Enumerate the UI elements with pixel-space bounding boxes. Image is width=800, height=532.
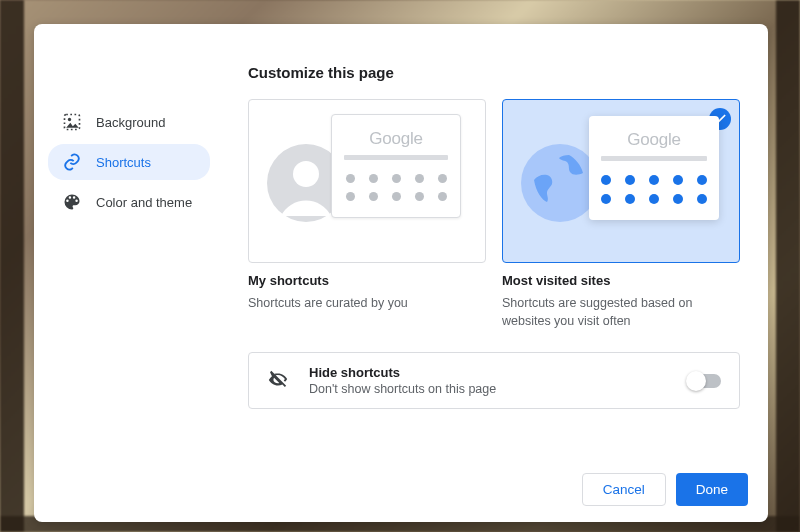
hide-text: Hide shortcuts Don't show shortcuts on t… (309, 365, 496, 396)
done-button[interactable]: Done (676, 473, 748, 506)
shortcut-dots (344, 174, 448, 201)
option-label-most-visited: Most visited sites Shortcuts are suggest… (502, 273, 740, 330)
visibility-off-icon (267, 368, 289, 394)
dialog-footer: Cancel Done (34, 461, 768, 522)
option-desc: Shortcuts are curated by you (248, 294, 486, 312)
google-logo-text: Google (344, 129, 448, 149)
svg-point-4 (521, 144, 599, 222)
dialog-body: Background Shortcuts Color and theme Cus… (34, 24, 768, 461)
sidebar-item-shortcuts[interactable]: Shortcuts (48, 144, 210, 180)
option-label-my-shortcuts: My shortcuts Shortcuts are curated by yo… (248, 273, 486, 330)
hide-desc: Don't show shortcuts on this page (309, 382, 496, 396)
option-desc: Shortcuts are suggested based on website… (502, 294, 740, 330)
svg-point-1 (68, 118, 71, 121)
option-labels: My shortcuts Shortcuts are curated by yo… (248, 273, 740, 330)
content: Customize this page Google (220, 24, 768, 461)
globe-icon (521, 144, 599, 222)
palette-icon (62, 192, 82, 212)
hide-shortcuts-row: Hide shortcuts Don't show shortcuts on t… (248, 352, 740, 409)
sidebar-item-label: Shortcuts (96, 155, 151, 170)
option-my-shortcuts[interactable]: Google (248, 99, 486, 263)
option-title: My shortcuts (248, 273, 486, 288)
svg-point-3 (293, 161, 319, 187)
shortcut-dots (601, 175, 707, 204)
sidebar-item-label: Background (96, 115, 165, 130)
dialog-title: Customize this page (248, 64, 740, 81)
searchbar-placeholder (601, 156, 707, 161)
searchbar-placeholder (344, 155, 448, 160)
cancel-button[interactable]: Cancel (582, 473, 666, 506)
link-icon (62, 152, 82, 172)
hide-title: Hide shortcuts (309, 365, 496, 380)
option-title: Most visited sites (502, 273, 740, 288)
sidebar-item-label: Color and theme (96, 195, 192, 210)
preview-tile: Google (331, 114, 461, 218)
sidebar: Background Shortcuts Color and theme (34, 24, 220, 461)
sidebar-item-color-theme[interactable]: Color and theme (48, 184, 210, 220)
sidebar-item-background[interactable]: Background (48, 104, 210, 140)
option-most-visited[interactable]: Google (502, 99, 740, 263)
image-icon (62, 112, 82, 132)
hide-shortcuts-toggle[interactable] (689, 374, 721, 388)
options-row: Google (248, 99, 740, 263)
customize-dialog: Background Shortcuts Color and theme Cus… (34, 24, 768, 522)
google-logo-text: Google (601, 130, 707, 150)
preview-tile: Google (589, 116, 719, 220)
